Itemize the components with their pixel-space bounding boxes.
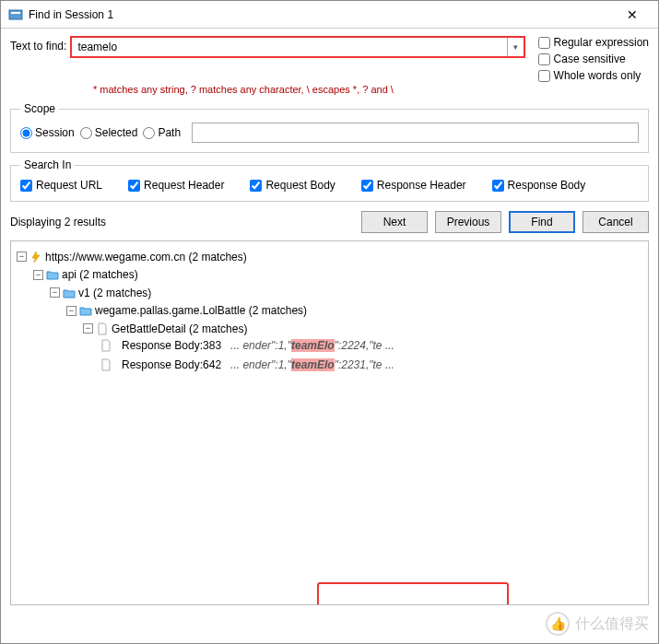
tree-match-row[interactable]: Response Body:642 ... ender":1,"teamElo"… [100,357,394,373]
close-button[interactable]: ✕ [614,2,651,28]
tree-node-host[interactable]: − https://www.wegame.com.cn (2 matches) [17,249,247,265]
lightning-icon [29,251,42,263]
title-bar: Find in Session 1 ✕ [1,1,658,29]
file-icon [100,358,112,371]
scope-path-radio[interactable]: Path [143,126,181,139]
case-checkbox[interactable]: Case sensitive [538,53,649,65]
scope-selected-radio[interactable]: Selected [80,126,138,139]
whole-words-checkbox[interactable]: Whole words only [538,69,649,82]
results-count: Displaying 2 results [10,216,361,228]
folder-icon [63,287,76,299]
match-context: ... ender":1,"teamElo":2231,"te ... [230,357,394,373]
app-icon [8,7,23,22]
response-header-checkbox[interactable]: Response Header [361,179,466,192]
match-context: ... ender":1,"teamElo":2224,"te ... [230,337,394,354]
tree-node-v1[interactable]: − v1 (2 matches) [50,285,151,301]
search-in-group: Search In Request URL Request Header Req… [10,158,649,202]
collapse-icon[interactable]: − [66,306,76,316]
annotation-box [317,582,509,605]
results-tree[interactable]: − https://www.wegame.com.cn (2 matches) … [10,240,649,605]
scope-group: Scope Session Selected Path [10,102,649,153]
tree-node-api[interactable]: − api (2 matches) [33,266,138,283]
response-body-checkbox[interactable]: Response Body [492,179,586,192]
find-dropdown-icon[interactable]: ▾ [507,38,524,56]
find-button[interactable]: Find [509,211,575,233]
scope-path-input[interactable] [192,123,639,143]
request-url-checkbox[interactable]: Request URL [20,179,102,192]
cancel-button[interactable]: Cancel [583,211,649,233]
svg-rect-1 [11,12,20,14]
scope-session-radio[interactable]: Session [20,126,75,139]
folder-icon [79,304,92,317]
collapse-icon[interactable]: − [50,287,60,298]
find-input[interactable] [72,38,506,56]
collapse-icon[interactable]: − [17,252,27,262]
request-body-checkbox[interactable]: Request Body [250,179,335,192]
collapse-icon[interactable]: − [33,270,43,280]
file-icon [96,322,109,335]
search-in-legend: Search In [20,158,75,171]
find-label: Text to find: [10,36,66,53]
next-button[interactable]: Next [361,211,428,233]
window-title: Find in Session 1 [29,8,614,21]
find-hint: * matches any string, ? matches any char… [93,84,649,95]
file-icon [100,339,112,352]
previous-button[interactable]: Previous [435,211,501,233]
folder-icon [46,268,59,281]
regex-checkbox[interactable]: Regular expression [538,36,649,49]
tree-node-pallas[interactable]: − wegame.pallas.game.LolBattle (2 matche… [66,302,307,319]
tree-match-row[interactable]: Response Body:383 ... ender":1,"teamElo"… [100,337,394,354]
svg-marker-2 [32,252,40,263]
scope-legend: Scope [20,102,59,115]
request-header-checkbox[interactable]: Request Header [128,179,224,192]
tree-node-detail[interactable]: − GetBattleDetail (2 matches) [83,321,247,337]
collapse-icon[interactable]: − [83,323,93,334]
thumbs-up-icon: 👍 [546,612,570,636]
watermark: 👍 什么值得买 [546,612,649,636]
find-input-wrap: ▾ [70,36,524,58]
svg-rect-0 [9,10,22,19]
